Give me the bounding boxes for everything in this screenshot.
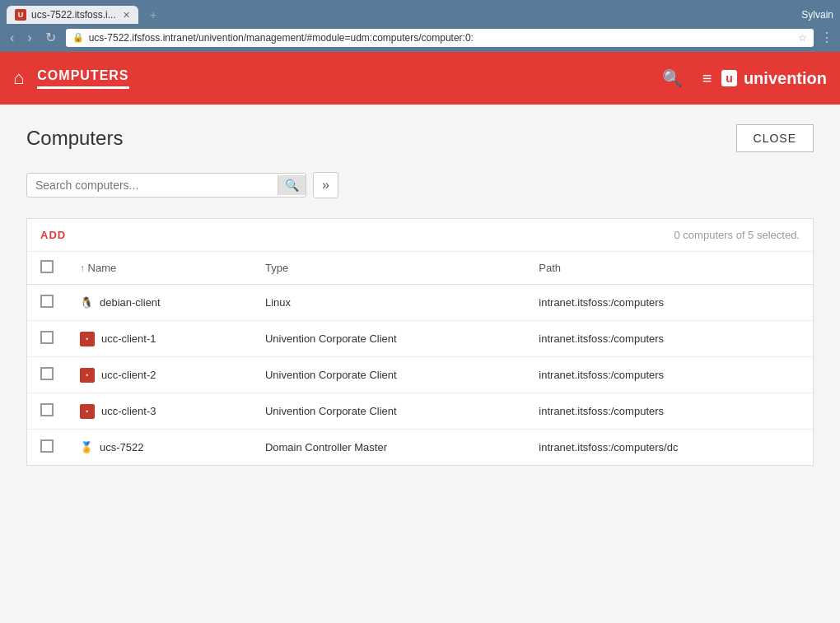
header-search-button[interactable]: 🔍 — [652, 62, 693, 95]
row-name: ucc-client-3 — [101, 405, 156, 417]
lock-icon: 🔒 — [72, 32, 84, 43]
row-path-cell: intranet.itsfoss:/computers — [525, 321, 813, 357]
tab-title: ucs-7522.itsfoss.i... — [31, 9, 116, 21]
search-button[interactable]: 🔍 — [278, 175, 306, 195]
search-input[interactable] — [35, 179, 271, 192]
row-type-cell: Univention Corporate Client — [252, 393, 525, 430]
home-button[interactable]: ⌂ — [13, 67, 24, 89]
row-name-cell: ▪ ucc-client-2 — [67, 357, 252, 393]
type-column-header: Type — [252, 252, 525, 285]
page-title: Computers — [26, 127, 123, 150]
browser-chrome: U ucs-7522.itsfoss.i... ✕ + Sylvain ‹ › … — [0, 0, 840, 52]
row-checkbox[interactable] — [40, 295, 54, 308]
reload-button[interactable]: ↻ — [42, 28, 59, 47]
row-path-cell: intranet.itsfoss:/computers — [525, 357, 813, 393]
row-path-cell: intranet.itsfoss:/computers — [525, 393, 813, 430]
row-path-cell: intranet.itsfoss:/computers — [525, 285, 813, 321]
address-bar-row: ‹ › ↻ 🔒 ucs-7522.ifsfoss.intranet/univen… — [7, 28, 833, 47]
browser-menu-icon[interactable]: ⋮ — [820, 30, 833, 45]
name-column-header[interactable]: ↑ Name — [67, 252, 252, 285]
computers-table: ↑ Name Type Path 🐧 debian-client Linuxin… — [27, 252, 813, 465]
row-checkbox-cell — [27, 430, 67, 466]
row-name-cell: ▪ ucc-client-3 — [67, 393, 252, 430]
table-row[interactable]: 🏅 ucs-7522 Domain Controller Masterintra… — [27, 430, 813, 466]
add-button[interactable]: ADD — [40, 229, 66, 241]
page-content: Computers CLOSE 🔍 » ADD 0 computers of 5… — [0, 105, 840, 598]
address-bar[interactable]: 🔒 ucs-7522.ifsfoss.intranet/univention/m… — [66, 29, 814, 47]
app-header: ⌂ COMPUTERS 🔍 ≡ u univention — [0, 52, 840, 105]
search-wrapper: 🔍 — [26, 173, 306, 198]
row-type-cell: Univention Corporate Client — [252, 357, 525, 393]
back-button[interactable]: ‹ — [7, 29, 17, 47]
row-type-cell: Linux — [252, 285, 525, 321]
row-checkbox[interactable] — [40, 331, 54, 344]
univention-icon: u — [721, 70, 737, 86]
tab-bar: U ucs-7522.itsfoss.i... ✕ + Sylvain — [7, 5, 833, 25]
sort-arrow-icon: ↑ — [80, 263, 85, 274]
module-title: COMPUTERS — [37, 68, 128, 89]
row-name-cell: 🏅 ucs-7522 — [67, 430, 252, 466]
row-name-cell: ▪ ucc-client-1 — [67, 321, 252, 357]
row-icon: ▪ — [80, 367, 95, 383]
row-type-cell: Domain Controller Master — [252, 430, 525, 466]
active-tab[interactable]: U ucs-7522.itsfoss.i... ✕ — [7, 6, 138, 24]
table-row[interactable]: ▪ ucc-client-2 Univention Corporate Clie… — [27, 357, 813, 393]
row-checkbox[interactable] — [40, 403, 54, 416]
select-all-checkbox[interactable] — [40, 260, 54, 273]
row-checkbox[interactable] — [40, 439, 54, 453]
expand-search-button[interactable]: » — [313, 172, 338, 198]
table-row[interactable]: 🐧 debian-client Linuxintranet.itsfoss:/c… — [27, 285, 813, 321]
univention-text: univention — [744, 69, 827, 88]
header-menu-button[interactable]: ≡ — [693, 63, 722, 95]
row-checkbox-cell — [27, 321, 67, 357]
page-header: Computers CLOSE — [26, 124, 814, 152]
forward-button[interactable]: › — [24, 29, 35, 47]
row-icon: ▪ — [80, 331, 95, 346]
user-label: Sylvain — [801, 9, 833, 21]
row-icon: 🐧 — [80, 296, 93, 309]
row-icon: 🏅 — [80, 441, 93, 453]
new-tab[interactable]: + — [142, 5, 166, 25]
select-all-header — [27, 252, 67, 285]
path-column-header: Path — [525, 252, 813, 285]
row-checkbox-cell — [27, 285, 67, 321]
tab-favicon: U — [15, 9, 26, 21]
close-button[interactable]: CLOSE — [736, 124, 814, 152]
row-name: ucc-client-2 — [101, 369, 156, 381]
row-type-cell: Univention Corporate Client — [252, 321, 525, 357]
univention-logo: u univention — [721, 69, 827, 88]
row-name: debian-client — [100, 296, 161, 309]
url-text: ucs-7522.ifsfoss.intranet/univention/man… — [89, 32, 793, 44]
table-toolbar: ADD 0 computers of 5 selected. — [27, 219, 813, 252]
table-container: ADD 0 computers of 5 selected. ↑ Name Ty… — [26, 218, 814, 466]
row-icon: ▪ — [80, 403, 95, 419]
row-name: ucc-client-1 — [101, 332, 156, 345]
row-name: ucs-7522 — [100, 441, 143, 453]
table-row[interactable]: ▪ ucc-client-1 Univention Corporate Clie… — [27, 321, 813, 357]
row-checkbox[interactable] — [40, 367, 54, 380]
table-header-row: ↑ Name Type Path — [27, 252, 813, 285]
row-checkbox-cell — [27, 393, 67, 430]
row-name-cell: 🐧 debian-client — [67, 285, 252, 321]
row-path-cell: intranet.itsfoss:/computers/dc — [525, 430, 813, 466]
search-row: 🔍 » — [26, 172, 814, 198]
bookmark-icon[interactable]: ☆ — [798, 32, 807, 44]
row-checkbox-cell — [27, 357, 67, 393]
tab-close-icon[interactable]: ✕ — [123, 10, 130, 21]
table-row[interactable]: ▪ ucc-client-3 Univention Corporate Clie… — [27, 393, 813, 430]
selection-status: 0 computers of 5 selected. — [674, 229, 800, 241]
